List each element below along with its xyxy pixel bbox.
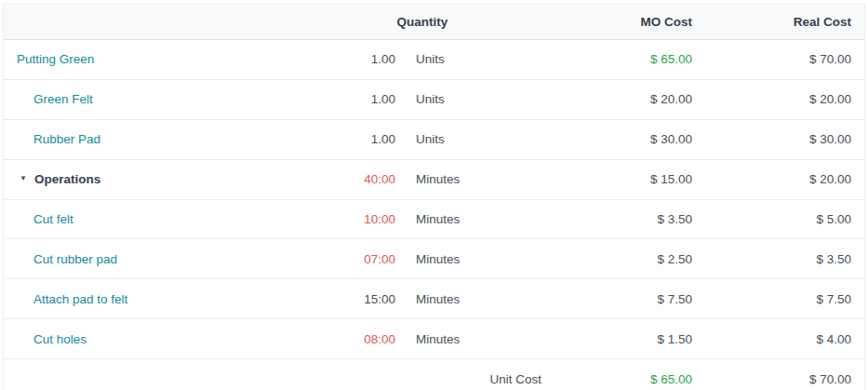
table-row: ▼ Putting Green 1.00 Units $ 65.00 $ 70.… [4,40,864,80]
mo-cost-value: $ 15.00 [557,172,706,186]
mo-cost-value: $ 65.00 [557,52,706,66]
real-cost-value: $ 5.00 [706,212,864,226]
quantity-value: 07:00 [325,252,408,266]
table-row: ▼ Attach pad to felt 15:00 Minutes $ 7.5… [4,279,864,319]
uom-label: Units [408,52,557,66]
real-cost-value: $ 7.50 [706,292,864,306]
quantity-value: 15:00 [325,292,408,306]
row-name[interactable]: Attach pad to felt [33,292,127,306]
row-name[interactable]: Rubber Pad [33,132,100,146]
mo-cost-value: $ 3.50 [557,212,706,226]
row-name-cell: ▼ Green Felt [4,92,325,106]
unit-cost-label: Unit Cost [408,372,557,386]
table-row: ▼ Cut felt 10:00 Minutes $ 3.50 $ 5.00 [4,200,864,240]
row-name: Operations [34,172,100,186]
row-name[interactable]: Cut rubber pad [33,252,117,266]
table-row: ▼ Cut holes 08:00 Minutes $ 1.50 $ 4.00 [4,319,864,359]
uom-label: Units [408,92,557,106]
row-name[interactable]: Cut holes [33,332,87,346]
uom-label: Minutes [408,172,557,186]
cost-analysis-table: Quantity MO Cost Real Cost ▼ Putting Gre… [3,3,865,390]
row-name-cell: ▼ Operations [4,172,325,186]
real-cost-value: $ 20.00 [706,172,864,186]
mo-cost-value: $ 1.50 [557,332,706,346]
quantity-value: 08:00 [325,332,408,346]
header-mo-cost: MO Cost [557,15,706,29]
table-row: ▼ Green Felt 1.00 Units $ 20.00 $ 20.00 [4,80,864,120]
mo-cost-value: $ 7.50 [557,292,706,306]
row-name[interactable]: Green Felt [33,92,93,106]
collapse-caret-icon[interactable]: ▼ [20,175,27,182]
mo-cost-value: $ 30.00 [557,132,706,146]
header-real-cost: Real Cost [706,15,864,29]
table-footer-row: Unit Cost $ 65.00 $ 70.00 [4,359,864,390]
table-header-row: Quantity MO Cost Real Cost [4,4,864,40]
mo-cost-value: $ 2.50 [557,252,706,266]
uom-label: Minutes [408,212,557,226]
quantity-value: 40:00 [325,172,408,186]
uom-label: Minutes [408,292,557,306]
row-name-cell: ▼ Putting Green [4,52,325,66]
real-cost-value: $ 70.00 [706,52,864,66]
quantity-value: 1.00 [325,132,408,146]
row-name[interactable]: Putting Green [17,52,94,66]
row-name-cell: ▼ Attach pad to felt [4,292,325,306]
header-quantity: Quantity [325,15,557,29]
quantity-value: 10:00 [325,212,408,226]
row-name[interactable]: Cut felt [33,212,73,226]
row-name-cell: ▼ Cut felt [4,212,325,226]
table-row: ▼ Rubber Pad 1.00 Units $ 30.00 $ 30.00 [4,120,864,160]
mo-cost-value: $ 20.00 [557,92,706,106]
real-cost-value: $ 3.50 [706,252,864,266]
uom-label: Units [408,132,557,146]
real-cost-value: $ 30.00 [706,132,864,146]
quantity-value: 1.00 [325,52,408,66]
row-name-cell: ▼ Cut rubber pad [4,252,325,266]
row-name-cell: ▼ Rubber Pad [4,132,325,146]
real-cost-value: $ 4.00 [706,332,864,346]
real-cost-value: $ 20.00 [706,92,864,106]
uom-label: Minutes [408,332,557,346]
table-row: ▼ Cut rubber pad 07:00 Minutes $ 2.50 $ … [4,239,864,279]
unit-cost-real-value: $ 70.00 [706,372,864,386]
uom-label: Minutes [408,252,557,266]
table-body: ▼ Putting Green 1.00 Units $ 65.00 $ 70.… [4,40,864,359]
unit-cost-mo-value: $ 65.00 [557,372,706,386]
quantity-value: 1.00 [325,92,408,106]
table-row: ▼ Operations 40:00 Minutes $ 15.00 $ 20.… [4,160,864,200]
row-name-cell: ▼ Cut holes [4,332,325,346]
